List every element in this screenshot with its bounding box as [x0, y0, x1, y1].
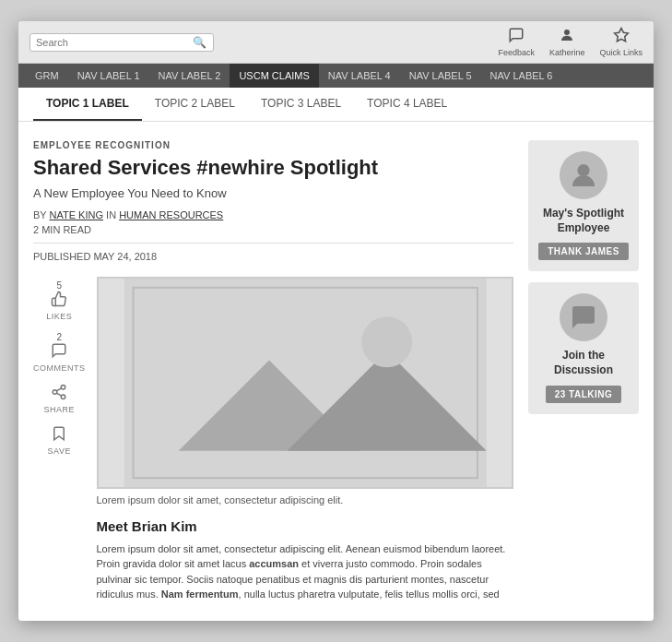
article-subtitle: A New Employee You Need to Know: [33, 186, 513, 200]
search-container[interactable]: 🔍: [29, 33, 214, 52]
save-icon[interactable]: [51, 425, 67, 446]
tab-topic1[interactable]: TOPIC 1 LABEL: [33, 88, 142, 121]
svg-point-3: [53, 389, 57, 394]
likes-group: 5 LIKES: [46, 280, 72, 321]
department-link[interactable]: HUMAN RESOURCES: [119, 209, 223, 220]
svg-line-5: [57, 393, 62, 396]
svg-point-0: [564, 30, 570, 35]
quick-links-label: Quick Links: [599, 48, 643, 57]
article-published: PUBLISHED MAY 24, 2018: [33, 251, 513, 262]
spotlight-card: May's Spotlight Employee THANK JAMES: [528, 140, 639, 271]
nav-item-nav2[interactable]: NAV LABEL 2: [149, 64, 230, 88]
top-bar-icons: Feedback Katherine Quick Links: [498, 27, 643, 57]
article-title: Shared Services #newhire Spotlight: [33, 156, 513, 180]
article-body-text: Lorem ipsum dolor sit amet, consectetur …: [97, 541, 514, 602]
main-window: 🔍 Feedback Katherine Quick Links: [18, 21, 654, 620]
article-image: [97, 277, 514, 489]
nav-item-nav5[interactable]: NAV LABEL 5: [400, 64, 481, 88]
spotlight-avatar: [560, 151, 607, 199]
comments-group: 2 COMMENTS: [33, 332, 86, 373]
nav-bar: GRM NAV LABEL 1 NAV LABEL 2 USCM CLAIMS …: [18, 64, 654, 88]
user-icon: [559, 27, 575, 47]
tab-topic2[interactable]: TOPIC 2 LABEL: [142, 88, 248, 121]
svg-marker-1: [614, 29, 628, 42]
content-area: EMPLOYEE RECOGNITION Shared Services #ne…: [18, 122, 654, 620]
right-sidebar: May's Spotlight Employee THANK JAMES Joi…: [528, 140, 639, 601]
join-discussion-button[interactable]: 23 TALKING: [546, 386, 622, 403]
user-label: Katherine: [549, 48, 585, 57]
quick-links-button[interactable]: Quick Links: [599, 27, 643, 57]
social-icons: 5 LIKES 2 COMMENTS: [33, 277, 86, 602]
svg-point-2: [61, 385, 65, 389]
search-input[interactable]: [36, 37, 193, 48]
comments-count: 2: [56, 332, 62, 342]
article-read-time: 2 MIN READ: [33, 224, 513, 235]
feedback-button[interactable]: Feedback: [498, 27, 535, 57]
thank-james-button[interactable]: THANK JAMES: [538, 243, 629, 260]
discussion-title: Join the Discussion: [536, 349, 631, 377]
nav-item-nav4[interactable]: NAV LABEL 4: [319, 64, 400, 88]
nav-item-nav1[interactable]: NAV LABEL 1: [68, 64, 149, 88]
article-divider: [33, 243, 513, 244]
svg-point-4: [61, 395, 65, 399]
tab-topic3[interactable]: TOPIC 3 LABEL: [248, 88, 354, 121]
star-icon: [613, 27, 630, 47]
nav-item-nav6[interactable]: NAV LABEL 6: [481, 64, 562, 88]
share-group: SHARE: [43, 384, 75, 414]
top-bar: 🔍 Feedback Katherine Quick Links: [18, 21, 654, 64]
likes-count: 5: [56, 280, 62, 291]
comments-label: COMMENTS: [33, 363, 86, 373]
feedback-icon: [508, 27, 525, 47]
topic-tabs: TOPIC 1 LABEL TOPIC 2 LABEL TOPIC 3 LABE…: [18, 88, 654, 122]
feedback-label: Feedback: [498, 48, 535, 57]
body-text-3: , nulla luctus pharetra vulputate, felis…: [239, 588, 500, 600]
spotlight-title: May's Spotlight Employee: [536, 207, 631, 235]
svg-point-12: [577, 164, 589, 176]
discussion-card: Join the Discussion 23 TALKING: [528, 282, 639, 413]
nav-item-uscm[interactable]: USCM CLAIMS: [230, 64, 318, 88]
article-body: 5 LIKES 2 COMMENTS: [33, 277, 513, 602]
share-icon[interactable]: [51, 384, 67, 405]
tab-topic4[interactable]: TOPIC 4 LABEL: [354, 88, 460, 121]
comment-icon[interactable]: [51, 342, 67, 363]
image-caption: Lorem ipsum dolor sit amet, consectetur …: [97, 494, 514, 505]
likes-label: LIKES: [46, 312, 72, 321]
user-profile-button[interactable]: Katherine: [549, 27, 585, 57]
share-label: SHARE: [43, 405, 75, 414]
svg-line-6: [57, 388, 62, 391]
featured-image-section: Lorem ipsum dolor sit amet, consectetur …: [97, 277, 514, 602]
body-text-bold1: accumsan: [249, 558, 299, 569]
nav-item-grm[interactable]: GRM: [26, 64, 68, 88]
svg-point-11: [361, 316, 412, 367]
like-icon[interactable]: [51, 291, 67, 312]
svg-rect-7: [124, 279, 486, 487]
discussion-icon: [560, 293, 607, 341]
save-group: SAVE: [48, 425, 71, 456]
author-link[interactable]: NATE KING: [50, 209, 103, 220]
save-label: SAVE: [48, 446, 71, 456]
article-section: EMPLOYEE RECOGNITION Shared Services #ne…: [33, 140, 513, 601]
article-subheading: Meet Brian Kim: [97, 518, 514, 534]
article-category: EMPLOYEE RECOGNITION: [33, 140, 513, 150]
body-text-bold2: Nam fermentum: [161, 588, 239, 600]
search-icon: 🔍: [193, 36, 206, 49]
article-meta: BY NATE KING IN HUMAN RESOURCES: [33, 209, 513, 220]
